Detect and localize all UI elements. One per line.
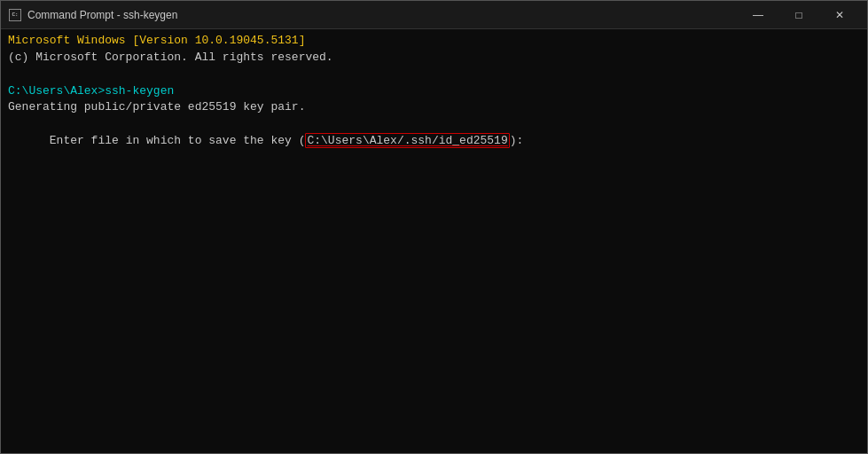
terminal-line-3 xyxy=(8,67,860,83)
terminal-line-1: Microsoft Windows [Version 10.0.19045.51… xyxy=(8,33,860,50)
terminal-line-4: C:\Users\Alex>ssh-keygen xyxy=(8,83,860,100)
maximize-button[interactable]: □ xyxy=(778,1,819,29)
cmd-icon-graphic xyxy=(9,9,21,21)
terminal-line-6: Enter file in which to save the key (C:\… xyxy=(8,133,523,164)
terminal-line-6-path: C:\Users\Alex/.ssh/id_ed25519 xyxy=(305,133,509,148)
minimize-button[interactable]: — xyxy=(738,1,778,29)
terminal-line-2: (c) Microsoft Corporation. All rights re… xyxy=(8,50,860,67)
window-controls: — □ ✕ xyxy=(738,1,860,29)
terminal-line-5: Generating public/private ed25519 key pa… xyxy=(8,99,860,116)
app-icon xyxy=(8,8,22,22)
cmd-window: Command Prompt - ssh-keygen — □ ✕ Micros… xyxy=(0,0,868,454)
terminal-body[interactable]: Microsoft Windows [Version 10.0.19045.51… xyxy=(1,29,867,453)
terminal-line-6-post: ): xyxy=(510,134,524,147)
terminal-line-6-pre: Enter file in which to save the key ( xyxy=(50,134,306,147)
titlebar: Command Prompt - ssh-keygen — □ ✕ xyxy=(1,1,867,29)
window-title: Command Prompt - ssh-keygen xyxy=(27,9,738,21)
close-button[interactable]: ✕ xyxy=(819,1,860,29)
